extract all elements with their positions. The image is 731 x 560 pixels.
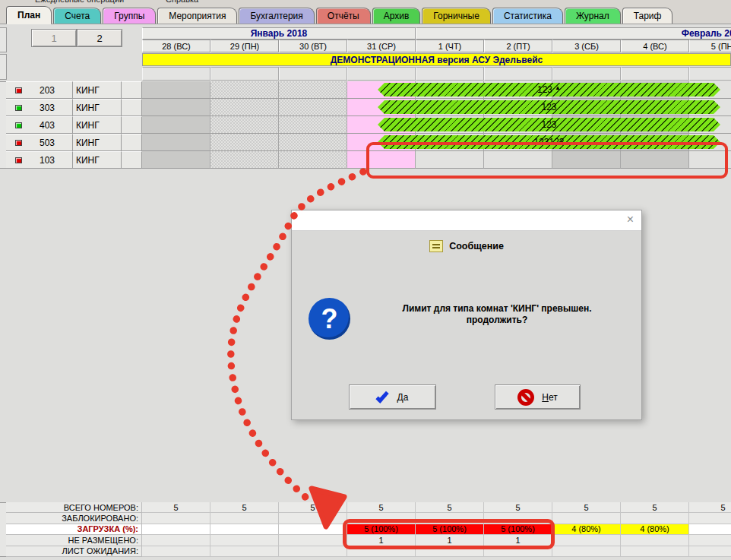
yes-button[interactable]: Да <box>349 384 436 410</box>
pager-button-2[interactable]: 2 <box>77 29 122 47</box>
day-cell[interactable] <box>142 99 210 116</box>
tab-отчёты[interactable]: Отчёты <box>316 8 371 24</box>
stat-cell: 1 <box>416 535 484 546</box>
room-number-cell: 503 <box>6 134 73 151</box>
day-cell[interactable] <box>347 151 416 169</box>
spacer-cell <box>621 67 689 81</box>
dialog-message-line2: продолжить? <box>360 315 634 326</box>
menu-item-1[interactable]: Ежедневные операции <box>35 0 124 4</box>
day-cell[interactable] <box>142 134 210 151</box>
tab-мероприятия[interactable]: Мероприятия <box>157 8 237 24</box>
day-header-8: 4 (ВС) <box>621 40 689 52</box>
room-row-403[interactable]: 403КИНГ123 <box>0 116 731 134</box>
stat-cell <box>552 535 621 546</box>
day-cell[interactable] <box>416 151 484 169</box>
demo-version-banner: ДЕМОНСТРАЦИОННАЯ версия АСУ Эдельвейс <box>142 53 731 66</box>
pager-button-1[interactable]: 1 <box>31 29 77 47</box>
booking-bar-label: 123 <box>537 84 552 95</box>
day-cell[interactable] <box>621 151 689 169</box>
day-cell[interactable] <box>210 116 279 134</box>
booking-bar-label: 123 <box>541 119 556 130</box>
day-cell[interactable] <box>210 81 279 99</box>
tab-журнал[interactable]: Журнал <box>565 8 621 24</box>
tab-счета[interactable]: Счета <box>53 8 101 24</box>
stat-cell <box>689 513 731 524</box>
question-icon: ? <box>309 298 350 340</box>
room-extra-cell <box>122 151 142 169</box>
stat-cell: 5 <box>347 502 416 513</box>
room-number-cell: 103 <box>6 151 73 169</box>
room-row-103[interactable]: 103КИНГ <box>0 151 731 169</box>
booking-bar-label: 123123 <box>533 137 564 147</box>
tab-группы[interactable]: Группы <box>103 8 156 24</box>
stat-row-cells: 5 (100%)5 (100%)5 (100%)4 (80%)4 (80%) <box>142 524 731 535</box>
dialog-message-line1: Лимит для типа комнат 'КИНГ' превышен. <box>360 303 634 315</box>
stat-cell <box>142 546 210 557</box>
stat-cell <box>279 513 347 524</box>
menu-item-2[interactable]: Справка <box>166 0 198 4</box>
month-header-2: Февраль 2018 <box>416 27 731 40</box>
room-type-cell: КИНГ <box>73 99 122 116</box>
room-row-303[interactable]: 303КИНГ123 <box>0 99 731 116</box>
day-cell[interactable] <box>484 151 552 169</box>
stat-cell <box>279 535 347 546</box>
room-row-503[interactable]: 503КИНГ123123 <box>0 134 731 151</box>
day-cell[interactable] <box>210 134 279 151</box>
dialog-titlebar[interactable]: × <box>292 210 641 231</box>
day-cell[interactable] <box>142 81 210 99</box>
room-number: 203 <box>40 85 55 96</box>
day-cell[interactable] <box>279 116 347 134</box>
room-type-cell: КИНГ <box>73 116 122 134</box>
stat-cell <box>416 546 484 557</box>
tab-план[interactable]: План <box>6 6 52 24</box>
day-cell[interactable] <box>279 99 347 116</box>
day-cell[interactable] <box>142 151 210 169</box>
day-header-6: 2 (ПТ) <box>484 40 552 52</box>
day-cell[interactable] <box>279 134 347 151</box>
day-header-9: 5 (ПН) <box>689 40 731 52</box>
room-number: 503 <box>40 138 55 148</box>
booking-bar[interactable]: 123123 <box>378 135 720 149</box>
stat-row-cells: 555555555 <box>142 502 731 513</box>
day-cell[interactable] <box>142 116 210 134</box>
tab-бухгалтерия[interactable]: Бухгалтерия <box>239 8 314 24</box>
day-cell[interactable] <box>210 99 279 116</box>
yes-button-label: Да <box>397 392 409 403</box>
stat-row: ЗАБЛОКИРОВАНО: <box>0 513 731 524</box>
stat-row-label: ЗАБЛОКИРОВАНО: <box>6 513 142 524</box>
spacer-cell <box>210 67 279 81</box>
tab-статистика[interactable]: Статистика <box>492 8 563 24</box>
stat-row-label: ЗАГРУЗКА (%): <box>6 524 142 535</box>
spacer-cell <box>279 67 347 81</box>
stat-cell <box>210 513 279 524</box>
room-extra-cell <box>122 116 142 134</box>
room-type-cell: КИНГ <box>73 81 122 99</box>
spacer-cell <box>142 67 210 81</box>
day-cell[interactable] <box>552 151 621 169</box>
stat-row-label: ВСЕГО НОМЕРОВ: <box>6 502 142 513</box>
room-number-cell: 303 <box>6 99 73 116</box>
day-cell[interactable] <box>689 151 731 169</box>
stat-cell <box>621 546 689 557</box>
tab-архив[interactable]: Архив <box>372 8 421 24</box>
booking-bar[interactable]: 123▲ <box>378 83 720 96</box>
day-header-row: 28 (ВС)29 (ПН)30 (ВТ)31 (СР)1 (ЧТ)2 (ПТ)… <box>142 40 731 52</box>
stat-cell: 4 (80%) <box>552 524 621 535</box>
day-cell[interactable] <box>279 81 347 99</box>
stat-cell <box>142 535 210 546</box>
tab-тариф[interactable]: Тариф <box>622 8 673 24</box>
close-icon[interactable]: × <box>627 213 634 226</box>
room-row-203[interactable]: 203КИНГ123▲ <box>0 81 731 99</box>
no-button[interactable]: Нет <box>495 384 581 410</box>
booking-bar[interactable]: 123 <box>378 118 720 131</box>
tab-горничные[interactable]: Горничные <box>422 8 491 24</box>
day-cell[interactable] <box>279 151 347 169</box>
red-status-led-icon <box>15 157 22 163</box>
day-cell[interactable] <box>210 151 279 169</box>
room-number-cell: 203 <box>6 81 73 99</box>
stat-row: ЗАГРУЗКА (%):5 (100%)5 (100%)5 (100%)4 (… <box>0 524 731 535</box>
booking-bar[interactable]: 123 <box>378 100 720 114</box>
stat-cell: 4 (80%) <box>621 524 689 535</box>
stat-cell <box>689 546 731 557</box>
spacer-cell <box>552 67 621 81</box>
